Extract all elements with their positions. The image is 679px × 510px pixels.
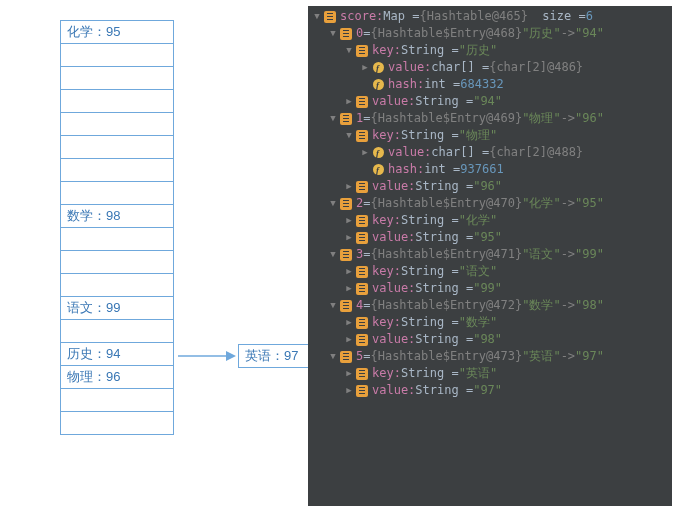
toggle-icon[interactable]: ▶ — [344, 331, 354, 348]
object-icon — [356, 368, 368, 380]
overflow-value: 97 — [284, 348, 298, 363]
tree-row[interactable]: ▶key: String = "数学" — [308, 314, 672, 331]
bucket-cell — [61, 159, 174, 182]
tree-row[interactable]: ▶value: char[] = {char[2]@486} — [308, 59, 672, 76]
tree-row[interactable]: ▼key: String = "历史" — [308, 42, 672, 59]
tree-row[interactable]: ▶value: char[] = {char[2]@488} — [308, 144, 672, 161]
toggle-icon[interactable]: ▼ — [328, 195, 338, 212]
object-icon — [356, 45, 368, 57]
object-icon — [340, 351, 352, 363]
object-icon — [356, 283, 368, 295]
object-icon — [356, 334, 368, 346]
svg-marker-1 — [226, 351, 236, 361]
toggle-icon[interactable]: ▶ — [344, 280, 354, 297]
bucket-cell — [61, 182, 174, 205]
toggle-icon[interactable]: ▼ — [344, 42, 354, 59]
bucket-cell: 化学：95 — [61, 21, 174, 44]
tree-row[interactable]: hash: int = 684332 — [308, 76, 672, 93]
bucket-cell — [61, 90, 174, 113]
bucket-cell — [61, 320, 174, 343]
link-arrow — [176, 350, 236, 365]
tree-row[interactable]: ▼1 = {Hashtable$Entry@469} "物理" -> "96" — [308, 110, 672, 127]
object-icon — [340, 198, 352, 210]
bucket-cell — [61, 67, 174, 90]
bucket-cell: 数学：98 — [61, 205, 174, 228]
bucket-cell — [61, 251, 174, 274]
field-icon — [373, 164, 384, 175]
tree-row[interactable]: ▶value: String = "99" — [308, 280, 672, 297]
bucket-cell — [61, 389, 174, 412]
object-icon — [356, 385, 368, 397]
bucket-cell — [61, 274, 174, 297]
tree-row[interactable]: ▶value: String = "97" — [308, 382, 672, 399]
object-icon — [324, 11, 336, 23]
toggle-icon[interactable]: ▶ — [344, 93, 354, 110]
field-icon — [373, 79, 384, 90]
toggle-icon[interactable]: ▶ — [344, 365, 354, 382]
object-icon — [340, 113, 352, 125]
toggle-icon[interactable]: ▼ — [328, 297, 338, 314]
toggle-icon[interactable]: ▶ — [344, 314, 354, 331]
toggle-icon[interactable]: ▼ — [328, 25, 338, 42]
tree-row[interactable]: ▶key: String = "英语" — [308, 365, 672, 382]
bucket-cell — [61, 412, 174, 435]
debug-panel: ▼score: Map = {Hashtable@465} size = 6▼0… — [308, 6, 672, 506]
tree-row[interactable]: ▶key: String = "化学" — [308, 212, 672, 229]
bucket-table: 化学：95数学：98语文：99历史：94物理：96 — [60, 20, 174, 435]
tree-row[interactable]: ▼5 = {Hashtable$Entry@473} "英语" -> "97" — [308, 348, 672, 365]
object-icon — [340, 300, 352, 312]
bucket-cell: 历史：94 — [61, 343, 174, 366]
tree-row[interactable]: ▶value: String = "96" — [308, 178, 672, 195]
field-icon — [373, 62, 384, 73]
toggle-icon[interactable]: ▼ — [328, 348, 338, 365]
toggle-icon[interactable]: ▶ — [344, 178, 354, 195]
tree-row[interactable]: ▼4 = {Hashtable$Entry@472} "数学" -> "98" — [308, 297, 672, 314]
toggle-icon[interactable]: ▶ — [344, 263, 354, 280]
bucket-cell — [61, 44, 174, 67]
tree-row[interactable]: ▼score: Map = {Hashtable@465} size = 6 — [308, 8, 672, 25]
tree-row[interactable]: ▼key: String = "物理" — [308, 127, 672, 144]
toggle-icon[interactable]: ▼ — [328, 110, 338, 127]
tree-row[interactable]: ▶key: String = "语文" — [308, 263, 672, 280]
tree-row[interactable]: ▼3 = {Hashtable$Entry@471} "语文" -> "99" — [308, 246, 672, 263]
bucket-cell — [61, 228, 174, 251]
object-icon — [356, 96, 368, 108]
bucket-cell: 物理：96 — [61, 366, 174, 389]
toggle-icon[interactable]: ▶ — [344, 229, 354, 246]
object-icon — [356, 215, 368, 227]
overflow-label: 英语 — [245, 348, 271, 363]
tree-row[interactable]: ▶value: String = "98" — [308, 331, 672, 348]
toggle-icon[interactable]: ▼ — [312, 8, 322, 25]
object-icon — [340, 28, 352, 40]
bucket-diagram: 化学：95数学：98语文：99历史：94物理：96 英语：97 — [60, 20, 174, 435]
bucket-cell — [61, 113, 174, 136]
field-icon — [373, 147, 384, 158]
toggle-icon[interactable]: ▶ — [344, 382, 354, 399]
object-icon — [356, 266, 368, 278]
object-icon — [356, 317, 368, 329]
tree-row[interactable]: ▼2 = {Hashtable$Entry@470} "化学" -> "95" — [308, 195, 672, 212]
tree-row[interactable]: ▼0 = {Hashtable$Entry@468} "历史" -> "94" — [308, 25, 672, 42]
object-icon — [356, 181, 368, 193]
tree-row[interactable]: ▶value: String = "94" — [308, 93, 672, 110]
bucket-cell — [61, 136, 174, 159]
toggle-icon[interactable]: ▶ — [344, 212, 354, 229]
object-icon — [356, 130, 368, 142]
toggle-icon[interactable]: ▶ — [360, 144, 370, 161]
tree-row[interactable]: ▶value: String = "95" — [308, 229, 672, 246]
toggle-icon[interactable]: ▶ — [360, 59, 370, 76]
object-icon — [340, 249, 352, 261]
object-icon — [356, 232, 368, 244]
toggle-icon[interactable]: ▼ — [328, 246, 338, 263]
tree-row[interactable]: hash: int = 937661 — [308, 161, 672, 178]
toggle-icon[interactable]: ▼ — [344, 127, 354, 144]
bucket-cell: 语文：99 — [61, 297, 174, 320]
